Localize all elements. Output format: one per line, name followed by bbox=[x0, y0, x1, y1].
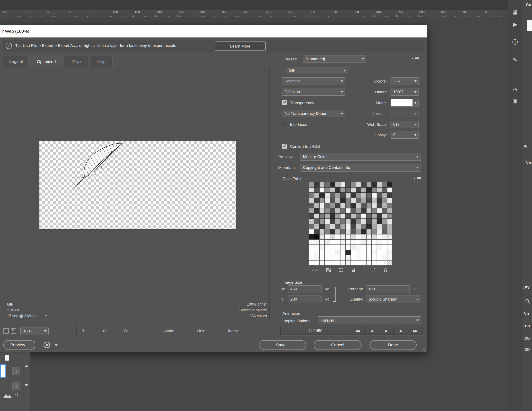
color-swatch[interactable] bbox=[340, 198, 345, 203]
color-swatch[interactable] bbox=[345, 198, 351, 203]
color-swatch[interactable] bbox=[314, 250, 319, 255]
color-swatch[interactable] bbox=[361, 182, 366, 187]
color-swatch[interactable] bbox=[345, 182, 351, 187]
color-swatch[interactable] bbox=[356, 245, 361, 250]
color-swatch[interactable] bbox=[345, 187, 351, 192]
color-swatch[interactable] bbox=[325, 182, 330, 187]
scroll-down-icon[interactable] bbox=[24, 383, 28, 388]
color-swatch[interactable] bbox=[377, 224, 382, 229]
color-swatch[interactable] bbox=[377, 229, 382, 234]
color-swatch[interactable] bbox=[382, 250, 387, 255]
color-swatch[interactable] bbox=[371, 203, 377, 208]
tab-4up[interactable]: 4-Up bbox=[89, 56, 113, 67]
interlaced-checkbox[interactable] bbox=[282, 122, 287, 127]
color-swatch[interactable] bbox=[361, 192, 366, 198]
color-swatch[interactable] bbox=[377, 219, 382, 224]
color-swatch[interactable] bbox=[335, 245, 340, 250]
color-swatch[interactable] bbox=[314, 239, 319, 245]
collapse-chevron-icon[interactable]: < bbox=[15, 392, 18, 397]
color-swatch[interactable] bbox=[309, 255, 314, 260]
color-swatch[interactable] bbox=[366, 219, 371, 224]
percent-input[interactable]: 100 bbox=[366, 285, 410, 293]
color-swatch[interactable] bbox=[361, 203, 366, 208]
dither-method-select[interactable]: Diffusion bbox=[282, 88, 345, 96]
color-swatch[interactable] bbox=[314, 224, 319, 229]
color-swatch[interactable] bbox=[366, 234, 371, 239]
color-reduction-select[interactable]: Selective bbox=[282, 77, 345, 85]
color-swatch[interactable] bbox=[351, 203, 356, 208]
color-swatch[interactable] bbox=[325, 239, 330, 245]
color-swatch[interactable] bbox=[377, 213, 382, 219]
color-swatch[interactable] bbox=[356, 203, 361, 208]
color-swatch[interactable] bbox=[340, 208, 345, 213]
color-swatch[interactable] bbox=[382, 239, 387, 245]
color-swatch[interactable] bbox=[319, 224, 325, 229]
color-swatch[interactable] bbox=[366, 182, 371, 187]
color-swatch[interactable] bbox=[371, 239, 377, 245]
save-button[interactable]: Save... bbox=[259, 340, 306, 350]
color-swatch[interactable] bbox=[351, 208, 356, 213]
history-icon[interactable]: ↺ bbox=[510, 85, 520, 94]
color-swatch[interactable] bbox=[319, 219, 325, 224]
color-swatch[interactable] bbox=[309, 182, 314, 187]
color-swatch[interactable] bbox=[361, 187, 366, 192]
color-swatch[interactable] bbox=[325, 198, 330, 203]
color-swatch[interactable] bbox=[340, 229, 345, 234]
color-swatch[interactable] bbox=[340, 255, 345, 260]
convert-srgb-checkbox[interactable] bbox=[282, 144, 287, 149]
color-swatch[interactable] bbox=[351, 239, 356, 245]
hand-tool-icon[interactable] bbox=[3, 328, 9, 334]
link-dimensions-bracket[interactable] bbox=[333, 287, 336, 301]
color-swatch[interactable] bbox=[356, 213, 361, 219]
locked-color-swatch[interactable]: ◇ bbox=[382, 260, 387, 265]
transparency-dither-select[interactable]: No Transparency Dither bbox=[282, 110, 345, 117]
preset-menu-icon[interactable] bbox=[411, 57, 419, 61]
color-swatch[interactable] bbox=[387, 255, 392, 260]
lossy-select[interactable]: 0 bbox=[390, 131, 419, 139]
color-swatch[interactable] bbox=[314, 229, 319, 234]
color-swatch[interactable] bbox=[319, 250, 325, 255]
color-swatch[interactable] bbox=[335, 255, 340, 260]
color-swatch[interactable] bbox=[335, 203, 340, 208]
color-swatch[interactable] bbox=[371, 229, 377, 234]
color-swatch[interactable] bbox=[351, 245, 356, 250]
color-swatch[interactable] bbox=[387, 192, 392, 198]
color-swatch[interactable] bbox=[387, 229, 392, 234]
color-swatch[interactable] bbox=[371, 245, 377, 250]
color-swatch[interactable] bbox=[335, 224, 340, 229]
color-swatch[interactable] bbox=[377, 260, 382, 265]
dither-amount-select[interactable]: 100% bbox=[390, 88, 419, 96]
color-swatch[interactable] bbox=[356, 187, 361, 192]
last-frame-button[interactable]: ▶▶ bbox=[408, 327, 422, 335]
format-select[interactable]: GIF bbox=[286, 67, 348, 74]
color-swatch[interactable] bbox=[382, 203, 387, 208]
color-swatch[interactable] bbox=[356, 260, 361, 265]
color-swatch[interactable] bbox=[330, 182, 335, 187]
color-swatch[interactable] bbox=[325, 250, 330, 255]
color-swatch[interactable] bbox=[351, 182, 356, 187]
color-swatch[interactable] bbox=[330, 187, 335, 192]
color-swatch[interactable] bbox=[356, 208, 361, 213]
color-swatch[interactable] bbox=[309, 245, 314, 250]
color-swatch[interactable] bbox=[387, 198, 392, 203]
color-swatch[interactable] bbox=[351, 224, 356, 229]
globe-icon[interactable] bbox=[338, 267, 344, 273]
color-swatch[interactable] bbox=[366, 255, 371, 260]
color-swatch[interactable] bbox=[309, 208, 314, 213]
color-swatch[interactable] bbox=[382, 229, 387, 234]
color-swatch[interactable] bbox=[330, 219, 335, 224]
color-swatch[interactable] bbox=[345, 208, 351, 213]
color-swatch[interactable] bbox=[345, 224, 351, 229]
color-swatch[interactable] bbox=[340, 182, 345, 187]
color-swatch[interactable] bbox=[366, 203, 371, 208]
color-swatch[interactable] bbox=[345, 213, 351, 219]
color-swatch[interactable] bbox=[325, 213, 330, 219]
color-swatch[interactable] bbox=[314, 219, 319, 224]
color-swatch[interactable] bbox=[319, 234, 325, 239]
color-swatch[interactable] bbox=[361, 208, 366, 213]
color-swatch[interactable] bbox=[330, 213, 335, 219]
color-swatch[interactable] bbox=[309, 198, 314, 203]
color-swatch[interactable] bbox=[377, 234, 382, 239]
color-swatch[interactable] bbox=[361, 198, 366, 203]
color-swatch[interactable] bbox=[314, 260, 319, 265]
